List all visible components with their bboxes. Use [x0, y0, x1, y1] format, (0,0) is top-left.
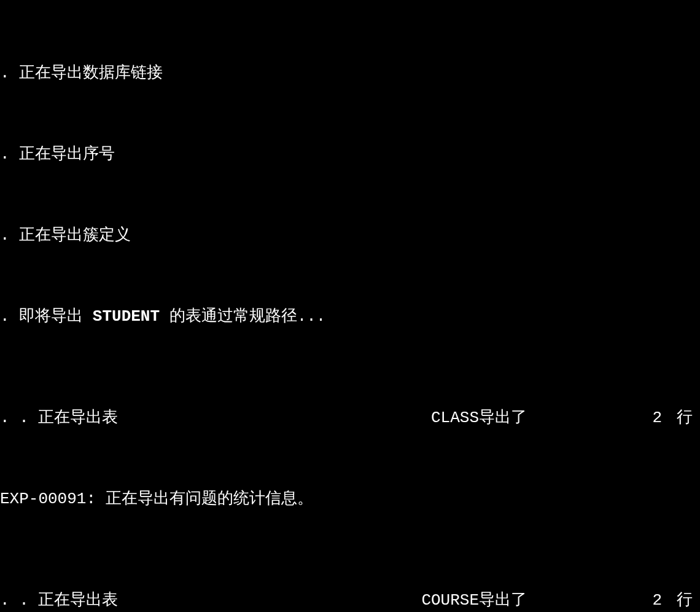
bullet: . — [0, 226, 19, 246]
about-prefix: 即将导出 — [19, 307, 93, 326]
table-name: CLASS — [118, 408, 479, 428]
warn-code: EXP-00091: — [0, 489, 106, 509]
row-unit: 行 — [662, 408, 700, 428]
log-line: . 正在导出序号 — [0, 144, 700, 165]
about-suffix: 的表通过常规路径... — [160, 307, 325, 326]
terminal-output: . 正在导出数据库链接 . 正在导出序号 . 正在导出簇定义 . 即将导出 ST… — [0, 0, 700, 612]
log-text: 正在导出数据库链接 — [19, 63, 163, 84]
exporting-table-label: 正在导出表 — [38, 408, 118, 428]
exported-label: 导出了 — [479, 408, 527, 428]
export-row: . . 正在导出表 CLASS 导出了 2 行 — [0, 408, 700, 428]
log-text: 正在导出序号 — [19, 144, 115, 165]
bullet: . — [0, 63, 19, 84]
log-text: 正在导出簇定义 — [19, 226, 131, 246]
table-name: COURSE — [118, 590, 479, 611]
bullet: . . — [0, 590, 38, 611]
bullet: . . — [0, 408, 38, 428]
log-line: . 正在导出数据库链接 — [0, 63, 700, 84]
row-count: 2 — [527, 408, 662, 428]
log-line: . 正在导出簇定义 — [0, 226, 700, 246]
exported-label: 导出了 — [479, 590, 527, 611]
schema-name: STUDENT — [93, 307, 160, 326]
bullet: . — [0, 307, 19, 327]
exporting-table-label: 正在导出表 — [38, 590, 118, 611]
export-row: . . 正在导出表 COURSE 导出了 2 行 — [0, 590, 700, 611]
warning-line: EXP-00091: 正在导出有问题的统计信息。 — [0, 489, 700, 509]
bullet: . — [0, 144, 19, 165]
row-count: 2 — [527, 590, 662, 611]
log-line: . 即将导出 STUDENT 的表通过常规路径... — [0, 307, 700, 327]
log-text: 即将导出 STUDENT 的表通过常规路径... — [19, 307, 325, 327]
warn-text: 正在导出有问题的统计信息。 — [106, 489, 313, 509]
row-unit: 行 — [662, 590, 700, 611]
